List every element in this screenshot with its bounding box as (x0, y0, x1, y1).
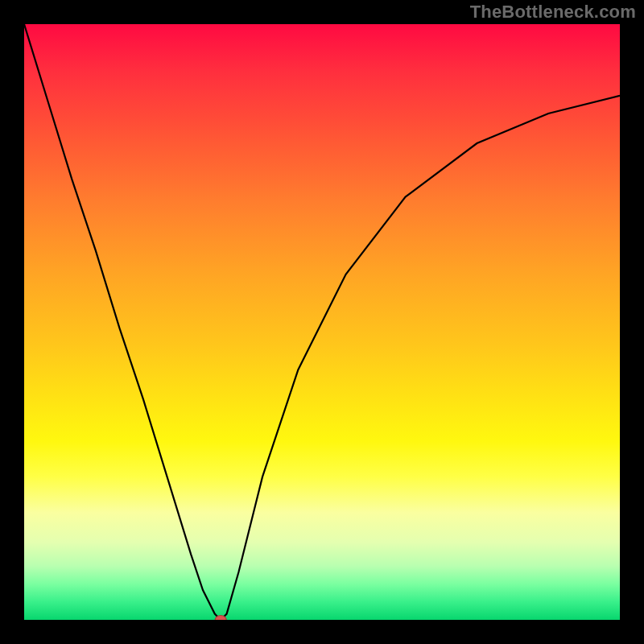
watermark-text: TheBottleneck.com (470, 2, 636, 23)
chart-frame: TheBottleneck.com (0, 0, 644, 644)
plot-area (24, 24, 620, 620)
curve-layer (24, 24, 620, 620)
bottleneck-curve (24, 24, 620, 620)
